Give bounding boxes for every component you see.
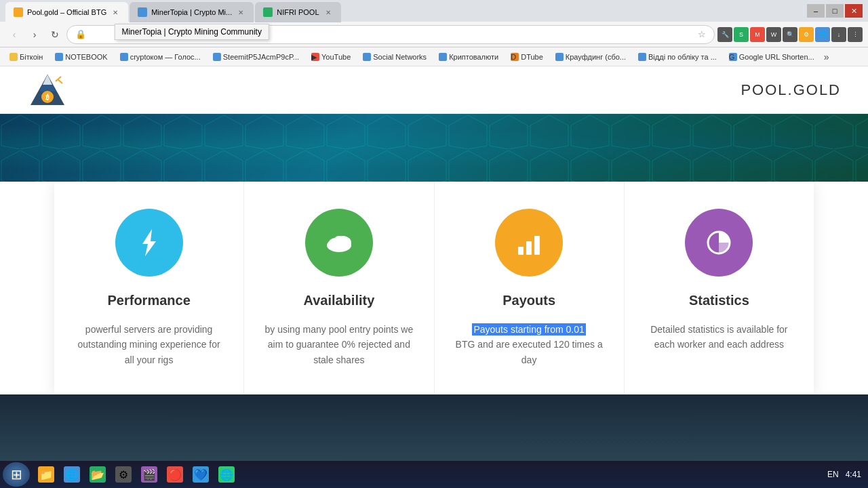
bookmark-icon-bitcoin xyxy=(9,53,18,61)
bookmark-icon-notebook xyxy=(55,53,63,61)
tab-title-2: MinerTopia | Crypto Mi... xyxy=(151,8,232,16)
performance-icon-circle xyxy=(115,209,183,277)
bookmark-crowd[interactable]: Крауфдинг (сбо... xyxy=(550,52,631,62)
bookmarks-more-button[interactable]: » xyxy=(821,52,832,62)
taskbar-app3-icon: 🌐 xyxy=(218,466,235,483)
payouts-title: Payouts xyxy=(502,293,555,308)
bookmark-social[interactable]: Social Networks xyxy=(357,52,432,62)
bookmark-icon-social xyxy=(363,53,371,61)
taskbar-item-chrome[interactable]: 🌐 xyxy=(60,463,84,486)
taskbar-folder-icon: 📁 xyxy=(38,466,54,483)
minimize-button[interactable]: – xyxy=(807,4,825,18)
taskbar-item-app2[interactable]: 💙 xyxy=(189,463,213,486)
tab-favicon-2 xyxy=(138,7,147,17)
svg-rect-14 xyxy=(534,236,540,255)
bookmark-icon-viddi xyxy=(638,53,646,61)
ext-icon-2[interactable]: S xyxy=(734,27,749,42)
svg-line-6 xyxy=(58,79,62,83)
hero-section xyxy=(0,114,868,182)
availability-text: by using many pool entry points we aim t… xyxy=(264,322,413,367)
bookmark-youtube[interactable]: ▶ YouTube xyxy=(306,52,356,62)
taskbar-explorer-icon: 📂 xyxy=(90,466,106,483)
taskbar-item-app3[interactable]: 🌐 xyxy=(214,463,239,486)
pie-chart-icon xyxy=(703,226,735,259)
ext-icon-1[interactable]: 🔧 xyxy=(717,27,732,42)
bookmark-icon-dtube: D xyxy=(511,53,519,61)
ext-icon-5[interactable]: 🔍 xyxy=(783,27,797,42)
tab-title-3: NIFRI POOL xyxy=(277,8,319,16)
bookmark-icon-youtube: ▶ xyxy=(311,53,319,61)
taskbar-item-media[interactable]: 🎬 xyxy=(137,463,161,486)
card-performance: Performance powerful servers are providi… xyxy=(54,182,244,394)
svg-point-11 xyxy=(334,236,344,247)
tab-minertopia[interactable]: MinerTopia | Crypto Mi... ✕ MinerTopia |… xyxy=(130,2,254,22)
svg-marker-7 xyxy=(142,229,156,256)
cards-section: Performance powerful servers are providi… xyxy=(0,182,868,394)
bookmark-notebook[interactable]: NOTEBOOK xyxy=(50,52,113,62)
maximize-button[interactable]: □ xyxy=(826,4,844,18)
reload-button[interactable]: ↻ xyxy=(46,26,64,43)
system-tray: EN 4:41 xyxy=(819,470,865,479)
tab-nifri[interactable]: NIFRI POOL ✕ xyxy=(255,2,340,22)
taskbar-item-explorer[interactable]: 📂 xyxy=(85,463,110,486)
tab-close-1[interactable]: ✕ xyxy=(111,7,120,17)
title-bar: Pool.gold – Official BTG ✕ MinerTopia | … xyxy=(0,0,868,22)
cards-container: Performance powerful servers are providi… xyxy=(54,182,814,394)
bookmark-dtube[interactable]: D DTube xyxy=(505,52,549,62)
tray-language[interactable]: EN xyxy=(823,470,843,479)
bookmarks-bar: Біткоін NOTEBOOK cryptoком — Голос... St… xyxy=(0,47,868,66)
bookmark-crypto[interactable]: Криптовалюти xyxy=(433,52,504,62)
start-button[interactable]: ⊞ xyxy=(3,462,30,487)
site-logo: ₿ xyxy=(27,71,68,108)
payouts-text: Payouts starting from 0.01 BTG and are e… xyxy=(455,322,604,367)
ext-icon-6[interactable]: ⚙ xyxy=(799,27,814,42)
tab-close-3[interactable]: ✕ xyxy=(323,7,333,17)
performance-title: Performance xyxy=(107,293,190,308)
taskbar-app1-icon: 🔴 xyxy=(167,466,183,483)
payouts-highlight: Payouts starting from 0.01 xyxy=(472,323,585,336)
lightning-icon xyxy=(133,226,165,259)
statistics-text: Detailed statistics is available for eac… xyxy=(645,322,793,352)
star-icon[interactable]: ☆ xyxy=(698,29,706,39)
lock-icon: 🔒 xyxy=(75,29,86,39)
site-name: POOL.GOLD xyxy=(741,81,841,99)
ext-icon-7[interactable]: 🌐 xyxy=(815,27,830,42)
bookmark-steemit[interactable]: SteemitP5JAcmP9cP... xyxy=(208,52,304,62)
cloud-icon xyxy=(323,226,355,259)
back-button[interactable]: ‹ xyxy=(5,26,23,43)
windows-icon: ⊞ xyxy=(11,466,22,483)
ext-icon-4[interactable]: W xyxy=(766,27,781,42)
close-button[interactable]: ✕ xyxy=(845,4,863,18)
taskbar-settings-icon: ⚙ xyxy=(115,466,132,483)
svg-rect-12 xyxy=(518,247,524,255)
ext-icon-8[interactable]: ↓ xyxy=(831,27,846,42)
tab-close-2[interactable]: ✕ xyxy=(236,7,245,17)
taskbar-item-folder[interactable]: 📁 xyxy=(34,463,58,486)
bookmark-icon-cryptokom xyxy=(120,53,128,61)
hex-overlay xyxy=(0,114,868,182)
logo-svg: ₿ xyxy=(27,71,68,108)
window-controls: – □ ✕ xyxy=(807,4,863,18)
page-content: ₿ POOL.GOLD Performance powerful servers… xyxy=(0,66,868,476)
bar-chart-icon xyxy=(513,226,545,259)
forward-button[interactable]: › xyxy=(26,26,43,43)
bookmark-bitcoin[interactable]: Біткоін xyxy=(4,52,48,62)
taskbar-item-app1[interactable]: 🔴 xyxy=(163,463,187,486)
taskbar-item-settings[interactable]: ⚙ xyxy=(111,463,136,486)
bookmark-cryptokom[interactable]: cryptoком — Голос... xyxy=(115,52,206,62)
browser-window: Pool.gold – Official BTG ✕ MinerTopia | … xyxy=(0,0,868,66)
statistics-title: Statistics xyxy=(689,293,749,308)
bookmark-google-url[interactable]: G Google URL Shorten... xyxy=(724,52,820,62)
svg-text:₿: ₿ xyxy=(45,94,50,101)
availability-title: Availability xyxy=(303,293,374,308)
extension-icons: 🔧 S M W 🔍 ⚙ 🌐 ↓ ⋮ xyxy=(717,27,863,42)
tab-pool-gold[interactable]: Pool.gold – Official BTG ✕ xyxy=(5,2,128,22)
bookmark-viddi[interactable]: Відді по обліку та ... xyxy=(633,52,722,62)
ext-icon-9[interactable]: ⋮ xyxy=(848,27,863,42)
card-statistics: Statistics Detailed statistics is availa… xyxy=(625,182,814,394)
svg-marker-2 xyxy=(43,75,52,85)
ext-icon-3[interactable]: M xyxy=(750,27,765,42)
site-header: ₿ POOL.GOLD xyxy=(0,66,868,114)
taskbar: ⊞ 📁 🌐 📂 ⚙ 🎬 🔴 💙 🌐 EN 4:41 xyxy=(0,461,868,488)
availability-icon-circle xyxy=(305,209,373,277)
